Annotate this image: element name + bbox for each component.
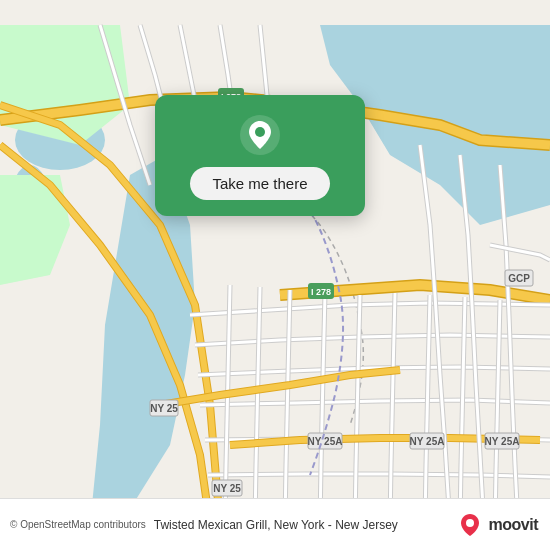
- app-container: I 278 I 278 NY 25 NY 25 NY 25A NY 25A NY…: [0, 0, 550, 550]
- svg-text:I 278: I 278: [311, 287, 331, 297]
- moovit-text: moovit: [489, 516, 538, 534]
- svg-text:NY 25A: NY 25A: [308, 436, 343, 447]
- svg-text:NY 25: NY 25: [213, 483, 241, 494]
- map-attribution: © OpenStreetMap contributors: [10, 519, 146, 530]
- svg-point-21: [466, 519, 474, 527]
- take-me-there-button[interactable]: Take me there: [190, 167, 329, 200]
- svg-point-20: [255, 127, 265, 137]
- bottom-bar: © OpenStreetMap contributors Twisted Mex…: [0, 498, 550, 550]
- svg-text:GCP: GCP: [508, 273, 530, 284]
- location-label: Twisted Mexican Grill, New York - New Je…: [154, 518, 456, 532]
- moovit-logo: moovit: [456, 511, 538, 539]
- svg-text:NY 25A: NY 25A: [485, 436, 520, 447]
- map-background[interactable]: I 278 I 278 NY 25 NY 25 NY 25A NY 25A NY…: [0, 0, 550, 550]
- popup-card: Take me there: [155, 95, 365, 216]
- svg-text:NY 25: NY 25: [150, 403, 178, 414]
- moovit-icon: [456, 511, 484, 539]
- location-pin-icon: [238, 113, 282, 157]
- svg-text:NY 25A: NY 25A: [410, 436, 445, 447]
